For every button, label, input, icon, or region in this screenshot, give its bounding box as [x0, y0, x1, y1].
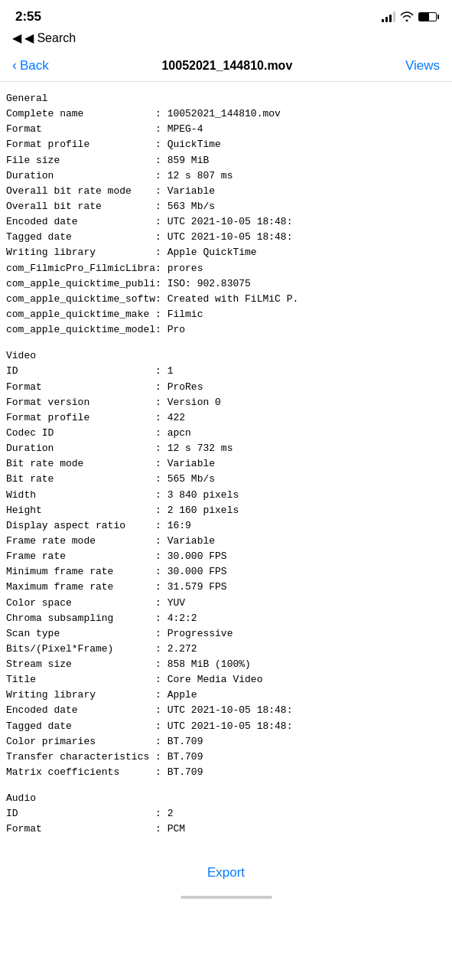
- views-button[interactable]: Views: [405, 58, 440, 74]
- content-area: General Complete name : 10052021_144810.…: [0, 82, 452, 853]
- back-chevron-icon: ‹: [12, 57, 17, 74]
- export-row: Export: [0, 853, 452, 887]
- search-back-label: ◀ ◀ Search: [12, 31, 440, 45]
- search-row: ◀ ◀ Search: [0, 29, 452, 51]
- audio-section: Audio ID : 2 Format : PCM: [6, 791, 446, 837]
- nav-bar: ‹ Back 10052021_144810.mov Views: [0, 51, 452, 82]
- nav-back-button[interactable]: ‹ Back: [12, 57, 49, 74]
- battery-icon: [418, 12, 437, 21]
- home-bar: [180, 896, 272, 899]
- back-label: Back: [20, 58, 49, 74]
- wifi-icon: [400, 11, 414, 24]
- signal-icon: [382, 11, 395, 22]
- status-time: 2:55: [15, 9, 41, 24]
- export-button[interactable]: Export: [207, 865, 245, 880]
- status-icons: [382, 11, 437, 24]
- search-label[interactable]: ◀ Search: [24, 31, 76, 45]
- home-indicator: [0, 887, 452, 905]
- status-bar: 2:55: [0, 0, 452, 29]
- video-section: Video ID : 1 Format : ProRes Format vers…: [6, 348, 446, 780]
- search-back-chevron: ◀: [12, 31, 21, 45]
- nav-title: 10052021_144810.mov: [49, 59, 405, 73]
- general-section: General Complete name : 10052021_144810.…: [6, 91, 446, 338]
